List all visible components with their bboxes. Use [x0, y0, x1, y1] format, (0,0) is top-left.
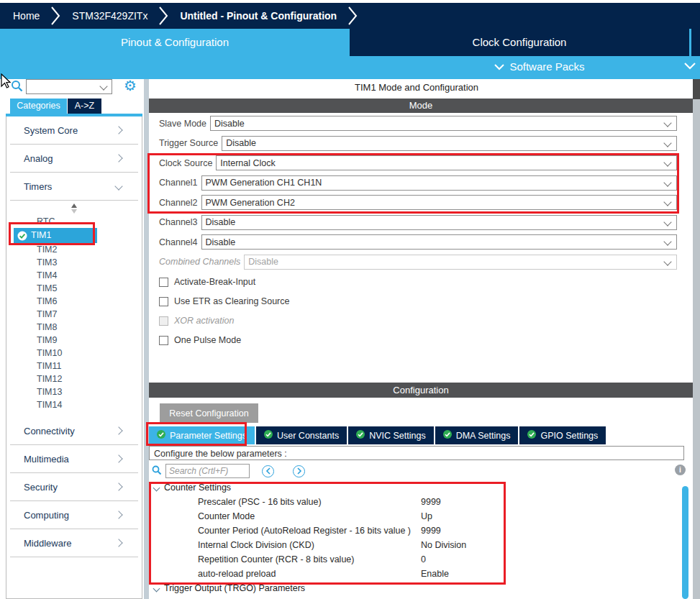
sidebar-item-multimedia[interactable]: Multimedia	[6, 445, 142, 472]
check-circle-icon	[443, 430, 452, 441]
param-name: Counter Mode	[198, 511, 421, 521]
checkbox-xor-activation[interactable]: XOR activation	[159, 315, 289, 326]
param-value[interactable]: No Division	[421, 540, 466, 550]
config-tab-parameter-settings[interactable]: Parameter Settings	[149, 426, 255, 444]
config-tab-user-constants[interactable]: User Constants	[256, 426, 347, 444]
sidebar-item-tim7[interactable]: TIM7	[6, 308, 142, 321]
tab-pinout-configuration[interactable]: Pinout & Configuration	[0, 29, 350, 56]
param-row[interactable]: Counter ModeUp	[149, 509, 684, 523]
parameter-search-input[interactable]	[165, 464, 250, 478]
config-tab-gpio-settings[interactable]: GPIO Settings	[519, 426, 606, 444]
sidebar-item-tim5[interactable]: TIM5	[6, 282, 142, 295]
main-scrollbar-track[interactable]	[693, 79, 700, 599]
sidebar-item-tim14[interactable]: TIM14	[6, 398, 142, 411]
parameter-search-row	[152, 463, 305, 479]
parameters-scrollbar[interactable]	[682, 486, 688, 599]
sidebar-item-tim10[interactable]: TIM10	[6, 347, 142, 360]
param-value[interactable]: Enable	[421, 569, 449, 579]
mode-select-channel2[interactable]: PWM Generation CH2	[201, 195, 677, 210]
mode-row-label: Channel3	[159, 217, 198, 227]
config-tab-nvic-settings[interactable]: NVIC Settings	[348, 426, 434, 444]
mode-select-slave-mode[interactable]: Disable	[210, 116, 677, 131]
sidebar-item-tim11[interactable]: TIM11	[6, 360, 142, 372]
mode-select-combined-channels[interactable]: Disable	[244, 255, 677, 270]
param-section-trigger-output-trgo-parameters[interactable]: Trigger Output (TRGO) Parameters	[149, 581, 684, 595]
param-row[interactable]: Prescaler (PSC - 16 bits value)9999	[149, 495, 684, 509]
sidebar-item-tim9[interactable]: TIM9	[6, 334, 142, 347]
mode-select-clock-source[interactable]: Internal Clock	[216, 155, 677, 170]
gear-icon[interactable]: ⚙	[124, 77, 137, 94]
sidebar-tab-categories[interactable]: Categories	[10, 99, 67, 114]
mode-select-channel3[interactable]: Disable	[201, 215, 677, 230]
config-tab-dma-settings[interactable]: DMA Settings	[435, 426, 519, 444]
mode-rows: Slave ModeDisableTrigger SourceDisableCl…	[159, 116, 677, 274]
sidebar-item-tim2[interactable]: TIM2	[6, 243, 142, 256]
checkbox-use-etr-as-clearing-source[interactable]: Use ETR as Clearing Source	[159, 296, 289, 307]
mode-select-channel1[interactable]: PWM Generation CH1 CH1N	[201, 175, 677, 191]
sidebar-item-tim6[interactable]: TIM6	[6, 295, 142, 308]
sidebar-item-security[interactable]: Security	[6, 473, 142, 500]
param-value[interactable]: 9999	[421, 497, 441, 507]
breadcrumb-item[interactable]: STM32F429ZITx	[72, 10, 147, 22]
reset-configuration-button[interactable]: Reset Configuration	[160, 403, 258, 423]
mouse-cursor-icon	[0, 73, 12, 91]
search-previous-button[interactable]	[262, 465, 274, 477]
param-section-counter-settings[interactable]: Counter Settings	[149, 480, 684, 495]
param-value[interactable]: Up	[421, 511, 432, 521]
param-row[interactable]: Internal Clock Division (CKD)No Division	[149, 538, 684, 552]
sidebar-item-analog[interactable]: Analog	[6, 145, 142, 172]
param-row[interactable]: Counter Period (AutoReload Register - 16…	[149, 523, 684, 538]
search-next-button[interactable]	[293, 465, 305, 477]
sidebar-item-timers[interactable]: Timers	[6, 173, 142, 200]
mode-row-channel4: Channel4Disable	[159, 234, 677, 250]
timers-list: RTCTIM1TIM2TIM3TIM4TIM5TIM6TIM7TIM8TIM9T…	[6, 201, 142, 417]
config-tab-label: User Constants	[277, 431, 339, 441]
chevron-right-icon	[114, 426, 122, 434]
sidebar-item-tim13[interactable]: TIM13	[6, 385, 142, 398]
sidebar-item-tim1[interactable]: TIM1	[14, 228, 97, 243]
tab-clock-configuration[interactable]: Clock Configuration	[350, 29, 689, 56]
mode-select-channel4[interactable]: Disable	[201, 234, 677, 250]
sidebar-item-rtc[interactable]: RTC	[6, 215, 142, 228]
chevron-down-icon	[99, 82, 107, 90]
breadcrumb-item[interactable]: Untitled - Pinout & Configuration	[180, 10, 337, 22]
timer-label: TIM13	[37, 387, 62, 397]
sidebar-item-tim3[interactable]: TIM3	[6, 256, 142, 269]
sidebar-item-tim4[interactable]: TIM4	[6, 269, 142, 282]
config-tab-label: DMA Settings	[456, 431, 511, 441]
chevron-down-icon	[663, 119, 671, 127]
checkbox-activate-break-input[interactable]: Activate-Break-Input	[159, 276, 289, 288]
software-packs-toggle[interactable]: Software Packs	[388, 60, 691, 73]
sort-spinner-icon[interactable]	[6, 204, 142, 215]
tab-next-sliver[interactable]	[691, 29, 700, 56]
search-icon	[152, 465, 162, 477]
sidebar-item-middleware[interactable]: Middleware	[6, 529, 142, 557]
param-row[interactable]: auto-reload preloadEnable	[149, 567, 684, 581]
main-scrollbar-thumb[interactable]	[693, 79, 700, 99]
chevron-right-icon	[114, 539, 122, 547]
chevron-right-icon	[114, 454, 122, 462]
timer-label: RTC	[37, 216, 55, 227]
breadcrumb: HomeSTM32F429ZITxUntitled - Pinout & Con…	[0, 3, 700, 29]
sidebar-item-computing[interactable]: Computing	[6, 501, 142, 529]
sidebar-tab-a-to-z[interactable]: A->Z	[68, 99, 101, 114]
param-value[interactable]: 0	[421, 554, 426, 564]
checkbox-one-pulse-mode[interactable]: One Pulse Mode	[159, 334, 289, 346]
app-window: CubeMX HomeSTM32F429ZITxUntitled - Pinou…	[0, 0, 700, 599]
sidebar-item-connectivity[interactable]: Connectivity	[6, 417, 142, 444]
panel-splitter[interactable]	[144, 79, 149, 599]
configure-parameters-label: Configure the below parameters :	[149, 446, 684, 460]
banner-collapse-chevron-icon[interactable]	[684, 62, 696, 72]
timer-label: TIM7	[37, 309, 57, 319]
mode-select-trigger-source[interactable]: Disable	[222, 136, 677, 151]
sidebar-item-tim12[interactable]: TIM12	[6, 372, 142, 385]
breadcrumb-item[interactable]: Home	[13, 10, 40, 22]
sidebar-item-label: Middleware	[24, 538, 71, 549]
info-icon[interactable]: i	[675, 465, 686, 475]
param-row[interactable]: Repetition Counter (RCR - 8 bits value)0	[149, 552, 684, 567]
param-value[interactable]: 9999	[421, 526, 441, 536]
ip-search-combobox[interactable]	[26, 79, 112, 94]
sidebar-item-tim8[interactable]: TIM8	[6, 321, 142, 334]
configuration-section-header: Configuration	[149, 383, 693, 398]
sidebar-item-system-core[interactable]: System Core	[6, 116, 142, 144]
